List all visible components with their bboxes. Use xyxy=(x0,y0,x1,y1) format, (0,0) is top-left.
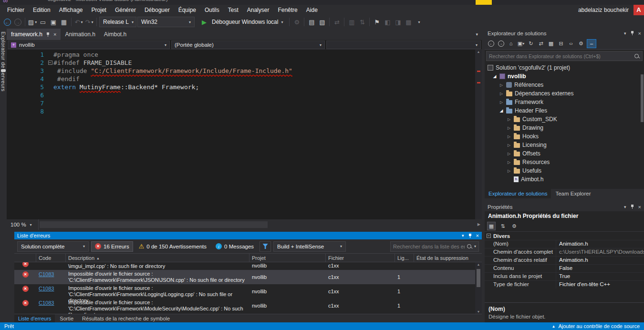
menu-fenetre[interactable]: Fenêtre xyxy=(273,5,301,15)
properties-button[interactable]: ⚙ xyxy=(577,39,585,48)
close-icon[interactable]: × xyxy=(638,204,641,210)
property-row[interactable]: Chemin d'accès relatif Animation.h xyxy=(485,256,644,264)
configuration-dropdown[interactable]: Release L▾ xyxy=(99,17,136,27)
error-row[interactable]: ✕ \imgui_impl.cpp' : No such file or dir… xyxy=(14,262,475,270)
collapsed-arrow-icon[interactable]: ▷ xyxy=(507,169,511,173)
tree-item-aimbot-h[interactable]: hAimbot.h xyxy=(485,175,644,184)
collapse-all-button[interactable]: ⊟ xyxy=(557,39,565,48)
tree-item-usefuls[interactable]: ▷Usefuls xyxy=(485,166,644,175)
open-file-button[interactable]: ▭ xyxy=(38,17,48,27)
categorized-button[interactable]: ▦ xyxy=(487,222,496,230)
project-column-header[interactable]: Projet xyxy=(249,254,326,262)
error-row[interactable]: ✕ C1083 Impossible d'ouvrir le fichier s… xyxy=(14,299,475,313)
collapsed-arrow-icon[interactable]: ▷ xyxy=(507,152,511,156)
search-options-chevron[interactable]: ▾ xyxy=(474,244,476,248)
undo-button[interactable]: ↶▾ xyxy=(74,17,83,27)
solution-search-box[interactable] xyxy=(486,51,643,61)
tab-output[interactable]: Sortie xyxy=(56,314,77,323)
alphabetical-button[interactable]: ⇅ xyxy=(499,222,507,230)
project-dropdown[interactable]: + nvollib▾ xyxy=(8,41,170,49)
feedback-badge[interactable] xyxy=(476,0,492,5)
navigate-back-button[interactable]: ← xyxy=(2,17,12,27)
close-icon[interactable]: × xyxy=(53,31,56,37)
scope-filter-dropdown[interactable]: Solution complète▾ xyxy=(17,241,89,252)
tab-framework-h[interactable]: framework.h × xyxy=(7,29,61,40)
property-row[interactable]: Chemin d'accès complet c:\Users\THEREALS… xyxy=(485,248,644,256)
close-icon[interactable]: × xyxy=(476,233,479,238)
solution-explorer-titlebar[interactable]: Explorateur de solutions ▾ × xyxy=(485,29,644,38)
collapsed-arrow-icon[interactable]: ▷ xyxy=(499,83,504,87)
menu-projet[interactable]: Projet xyxy=(87,5,111,15)
scroll-up-arrow[interactable]: ▲ xyxy=(475,263,482,266)
property-value[interactable]: Animation.h xyxy=(556,240,644,248)
editor-horizontal-scrollbar[interactable]: ▶ xyxy=(38,219,482,230)
user-avatar[interactable]: A xyxy=(634,5,644,15)
menu-analyser[interactable]: Analyser xyxy=(243,5,274,15)
collapsed-arrow-icon[interactable]: ▷ xyxy=(507,134,511,139)
window-position-chevron[interactable]: ▾ xyxy=(462,233,464,238)
collapsed-arrow-icon[interactable]: ▷ xyxy=(507,143,511,147)
preview-selected-items-button[interactable]: – xyxy=(587,39,596,48)
error-row[interactable]: ✕ C1083 Impossible d'ouvrir le fichier s… xyxy=(14,270,475,284)
property-row[interactable]: Type de fichier Fichier d'en-tête C++ xyxy=(485,280,644,289)
menu-generer[interactable]: Générer xyxy=(111,5,140,15)
property-row[interactable]: Inclus dans le projet True xyxy=(485,272,644,280)
tree-item-resources[interactable]: ▷Resources xyxy=(485,158,644,166)
menu-aide[interactable]: Aide xyxy=(302,5,322,15)
redo-button[interactable]: ↷▾ xyxy=(84,17,94,27)
error-row[interactable]: ✕ C1083 Impossible d'ouvrir le fichier s… xyxy=(14,284,475,299)
fold-collapse-icon[interactable]: − xyxy=(48,61,52,65)
property-value[interactable]: c:\Users\THEREALSPY\Downloads\ xyxy=(556,248,644,256)
collapsed-arrow-icon[interactable]: ▷ xyxy=(499,100,504,104)
error-code-link[interactable]: C1083 xyxy=(39,286,54,291)
tree-item-project-nvollib[interactable]: ◢nvollib xyxy=(485,72,644,81)
tree-item-drawing[interactable]: ▷Drawing xyxy=(485,124,644,132)
compare-button[interactable]: ⇄ xyxy=(332,17,342,27)
property-value[interactable]: False xyxy=(556,265,644,272)
collapsed-arrow-icon[interactable]: ▷ xyxy=(507,117,511,122)
save-button[interactable]: ▣ xyxy=(49,17,58,27)
tree-item-offsets[interactable]: ▷Offsets xyxy=(485,149,644,158)
property-category-divers[interactable]: − Divers xyxy=(485,232,644,240)
error-search-box[interactable]: ▾ xyxy=(390,241,479,252)
filter-button[interactable] xyxy=(260,241,271,252)
property-value[interactable]: Animation.h xyxy=(556,257,644,264)
tree-item-header-files[interactable]: ◢Header Files xyxy=(485,106,644,115)
zoom-control[interactable]: 100 %▾ xyxy=(7,219,38,230)
menu-edition[interactable]: Edition xyxy=(29,5,55,15)
save-all-button[interactable]: ▦ xyxy=(59,17,69,27)
pin-icon[interactable] xyxy=(630,31,634,36)
error-search-input[interactable] xyxy=(393,244,465,249)
warnings-filter-button[interactable]: ⚠0 de 150 Avertissements xyxy=(135,241,210,252)
home-button[interactable]: ⌂ xyxy=(507,39,515,48)
tab-animation-h[interactable]: Animation.h xyxy=(61,29,99,40)
member-dropdown[interactable]: ▾ xyxy=(326,41,481,49)
navigate-forward-button[interactable]: → xyxy=(13,17,22,27)
tab-error-list[interactable]: Liste d'erreurs xyxy=(14,314,55,323)
collapsed-arrow-icon[interactable]: ▷ xyxy=(499,92,504,96)
source-filter-dropdown[interactable]: Build + IntelliSense▾ xyxy=(273,241,346,252)
expanded-arrow-icon[interactable]: ◢ xyxy=(499,108,504,113)
tab-symbol-results[interactable]: Résultats de la recherche de symbole xyxy=(78,314,174,323)
sync-with-active-document-button[interactable]: ⇄ xyxy=(537,39,545,48)
code-editor[interactable]: 1 #pragma once 2 − #ifndef FRAME_DISABLE… xyxy=(7,50,482,219)
prev-bookmark-button[interactable]: ◧ xyxy=(383,17,392,27)
menu-test[interactable]: Test xyxy=(224,5,243,15)
error-code-link[interactable]: C1083 xyxy=(39,271,54,277)
window-position-chevron[interactable]: ▾ xyxy=(624,205,626,209)
menu-deboguer[interactable]: Déboguer xyxy=(140,5,174,15)
tree-item-framework[interactable]: ▷Framework xyxy=(485,98,644,106)
add-to-source-control-button[interactable]: ▲ Ajouter au contrôle de code source xyxy=(551,323,640,329)
properties-titlebar[interactable]: Propriétés ▾ × xyxy=(485,202,644,211)
scrollbar-thumb[interactable] xyxy=(641,74,644,122)
new-project-button[interactable]: ▨▾ xyxy=(28,17,37,27)
step-buttons[interactable]: ⇅ xyxy=(357,17,367,27)
tree-item-solution[interactable]: Solution 'csgofullv2' (1 projet) xyxy=(485,63,644,72)
publish-button[interactable]: ▧ xyxy=(317,17,327,27)
scope-dropdown[interactable]: (Portée globale)▾ xyxy=(171,41,325,49)
tree-item-licensing[interactable]: ▷Licensing xyxy=(485,141,644,149)
pin-icon[interactable] xyxy=(468,233,472,238)
tree-item-references[interactable]: ▷Références xyxy=(485,81,644,89)
bookmark-marker[interactable] xyxy=(1,69,6,72)
menu-fichier[interactable]: Fichier xyxy=(3,5,29,15)
